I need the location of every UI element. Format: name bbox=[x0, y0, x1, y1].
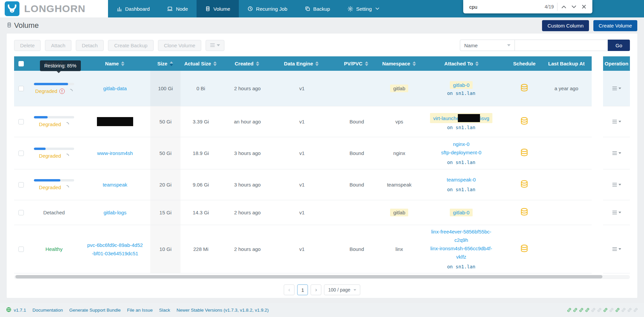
chevron-down-icon bbox=[507, 44, 511, 46]
state-label: Degraded bbox=[39, 184, 61, 190]
footer-link-newer-versions[interactable]: Newer Stable Versions (v1.7.3, v1.8.2, v… bbox=[176, 308, 269, 313]
row-operation-menu-button[interactable] bbox=[612, 247, 621, 251]
row-operation-menu-button[interactable] bbox=[612, 210, 621, 215]
redacted-workload-name bbox=[458, 114, 480, 122]
workload-link[interactable]: gitlab-0 bbox=[453, 210, 469, 215]
nav-item-recurring-job[interactable]: Recurring Job bbox=[239, 0, 296, 17]
redacted-volume-name[interactable] bbox=[97, 117, 133, 126]
nav-item-dashboard[interactable]: Dashboard bbox=[108, 0, 158, 17]
column-header-name[interactable]: Name bbox=[79, 61, 150, 66]
nav-item-volume[interactable]: Volume bbox=[197, 0, 239, 17]
create-volume-button[interactable]: Create Volume bbox=[593, 20, 637, 31]
workload-link[interactable]: linx-ironsm4sh-656cc9db4f- bbox=[430, 244, 492, 253]
workload-link[interactable]: virt-launche bbox=[433, 115, 459, 121]
select-all-checkbox[interactable] bbox=[18, 61, 24, 66]
find-close-button[interactable] bbox=[579, 2, 589, 12]
row-operation-menu-button[interactable] bbox=[612, 86, 621, 91]
find-query-input[interactable]: cpu bbox=[469, 4, 545, 10]
column-header-created[interactable]: Created bbox=[221, 61, 273, 66]
next-page-button[interactable]: › bbox=[311, 284, 321, 295]
column-header-size[interactable]: Size bbox=[150, 61, 180, 66]
workload-link[interactable]: teamspeak-0 bbox=[447, 175, 476, 184]
column-header-last-backup-at[interactable]: Last Backup At bbox=[541, 61, 592, 66]
column-header-actual-size[interactable]: Actual Size bbox=[180, 61, 221, 66]
title-actions: Custom Column Create Volume bbox=[542, 20, 637, 31]
footer-link-file-issue[interactable]: File an Issue bbox=[127, 308, 153, 313]
table-scroll-region: State Name Size Actual Size Created Data… bbox=[14, 56, 592, 273]
footer-link-support-bundle[interactable]: Generate Support Bundle bbox=[69, 308, 121, 313]
custom-column-button[interactable]: Custom Column bbox=[542, 20, 589, 31]
workload-link[interactable]: linx-free4ever-5856bf55bc- bbox=[431, 227, 491, 236]
row-operation-menu-button[interactable] bbox=[612, 182, 621, 187]
schedule-cell bbox=[507, 179, 541, 190]
workload-link[interactable]: c2q9h bbox=[454, 236, 468, 244]
link-status-icon bbox=[567, 308, 572, 312]
filter-go-button[interactable]: Go bbox=[608, 40, 630, 51]
row-checkbox[interactable] bbox=[18, 119, 24, 124]
link-status-icon bbox=[579, 308, 584, 312]
previous-page-button[interactable]: ‹ bbox=[284, 284, 294, 295]
search-highlight: gitlab bbox=[390, 85, 408, 92]
recurring-schedule-icon[interactable] bbox=[519, 116, 529, 127]
find-next-button[interactable] bbox=[569, 2, 579, 12]
create-backup-button[interactable]: Create Backup bbox=[108, 40, 153, 51]
detach-button[interactable]: Detach bbox=[76, 40, 104, 51]
volume-name-link[interactable]: gitlab-logs bbox=[104, 210, 126, 215]
workload-link[interactable]: vklfz bbox=[456, 253, 466, 261]
filter-field-select[interactable]: Name bbox=[460, 40, 515, 51]
column-header-pv-pvc[interactable]: PV/PVC bbox=[329, 61, 382, 66]
attach-button[interactable]: Attach bbox=[45, 40, 71, 51]
recurring-schedule-icon[interactable] bbox=[519, 179, 529, 190]
sort-icon bbox=[121, 61, 124, 66]
clone-volume-button[interactable]: Clone Volume bbox=[158, 40, 201, 51]
version-badge[interactable]: v1.7.1 bbox=[6, 307, 26, 313]
workload-link[interactable]: 5svg bbox=[479, 115, 489, 121]
nav-item-backup[interactable]: Backup bbox=[296, 0, 339, 17]
nav-item-setting[interactable]: Setting bbox=[339, 0, 388, 17]
attached-host: on sn1.lan bbox=[447, 91, 475, 96]
workload-link[interactable]: nginx-0 bbox=[453, 140, 469, 148]
row-checkbox[interactable] bbox=[18, 151, 24, 156]
find-previous-button[interactable] bbox=[559, 2, 569, 12]
created-cell: 2 hours ago bbox=[221, 86, 274, 91]
volume-name-link[interactable]: www-ironsm4sh bbox=[97, 150, 133, 156]
delete-button[interactable]: Delete bbox=[14, 40, 41, 51]
volume-name-cell: pvc-6bc6fd9c-89ab-4d52 -bf01-03e64519dc5… bbox=[79, 241, 150, 258]
footer-link-documentation[interactable]: Documentation bbox=[33, 308, 63, 313]
volume-name-link[interactable]: teamspeak bbox=[103, 182, 127, 188]
pv-pvc-cell: Bound bbox=[330, 150, 383, 156]
column-header-schedule[interactable]: Schedule bbox=[507, 61, 541, 66]
longhorn-logo-icon bbox=[5, 1, 19, 16]
row-operation-menu-button[interactable] bbox=[612, 151, 621, 155]
volume-name-link[interactable]: -bf01-03e64519dc51 bbox=[92, 249, 138, 258]
sort-icon bbox=[365, 61, 368, 66]
workload-link[interactable]: sftp-deployment-0 bbox=[441, 148, 481, 157]
namespace-cell: linx bbox=[383, 246, 415, 252]
volume-name-link[interactable]: gitlab-data bbox=[103, 86, 127, 91]
data-engine-cell: v1 bbox=[274, 246, 330, 252]
column-header-data-engine[interactable]: Data Engine bbox=[273, 61, 329, 66]
column-header-attached-to[interactable]: Attached To bbox=[416, 61, 507, 66]
horizontal-scrollbar-thumb[interactable] bbox=[15, 275, 602, 278]
spinner-icon bbox=[63, 153, 70, 159]
recurring-schedule-icon[interactable] bbox=[519, 83, 529, 94]
row-checkbox[interactable] bbox=[18, 210, 24, 215]
volume-name-link[interactable]: pvc-6bc6fd9c-89ab-4d52 bbox=[87, 241, 143, 249]
current-page-button[interactable]: 1 bbox=[297, 284, 308, 295]
row-checkbox[interactable] bbox=[18, 182, 24, 188]
row-checkbox[interactable] bbox=[18, 86, 24, 91]
column-header-namespace[interactable]: Namespace bbox=[383, 61, 416, 66]
recurring-schedule-icon[interactable] bbox=[519, 207, 529, 218]
warning-icon[interactable] bbox=[59, 89, 65, 94]
more-actions-button[interactable] bbox=[206, 40, 224, 51]
recurring-schedule-icon[interactable] bbox=[519, 148, 529, 159]
attached-host: on sn1.lan bbox=[447, 263, 475, 271]
row-checkbox[interactable] bbox=[18, 247, 24, 252]
footer-link-slack[interactable]: Slack bbox=[159, 308, 170, 313]
nav-item-node[interactable]: Node bbox=[158, 0, 197, 17]
page-size-select[interactable]: 100 / page bbox=[324, 284, 360, 295]
row-operation-menu-button[interactable] bbox=[612, 119, 621, 124]
recurring-schedule-icon[interactable] bbox=[519, 244, 529, 255]
filter-value-input[interactable] bbox=[515, 40, 608, 51]
workload-link[interactable]: gitlab-0 bbox=[453, 82, 469, 88]
